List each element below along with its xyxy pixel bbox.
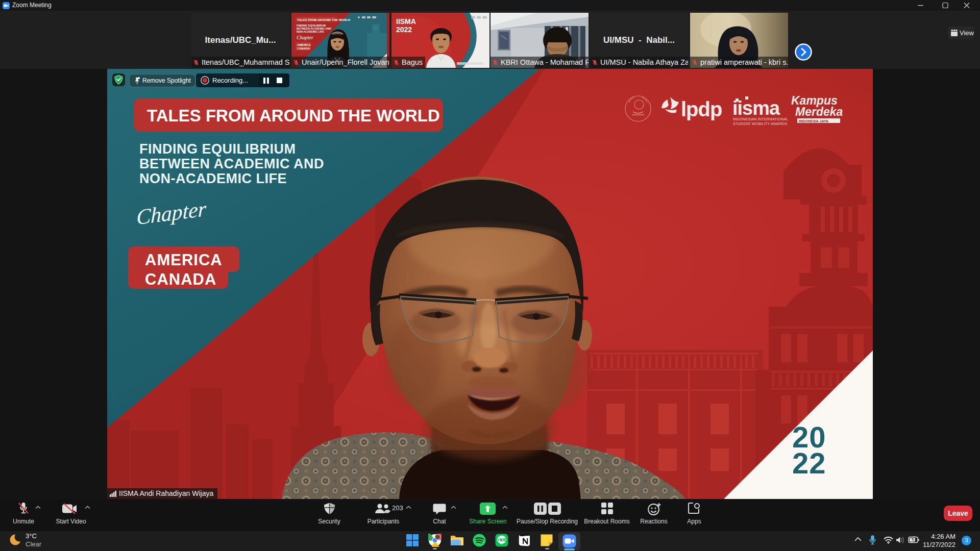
svg-text:AMERICA: AMERICA <box>145 251 223 269</box>
svg-text:lpdp: lpdp <box>681 98 722 120</box>
svg-text:Merdeka: Merdeka <box>795 105 843 118</box>
svg-text:22: 22 <box>792 446 826 480</box>
svg-text:AMERICA: AMERICA <box>297 43 311 46</box>
svg-text:2022: 2022 <box>396 26 412 34</box>
svg-text:FINDING EQUILIBRIUM: FINDING EQUILIBRIUM <box>139 141 296 157</box>
svg-text:STUDENT MOBILITY AWARDS: STUDENT MOBILITY AWARDS <box>733 121 787 126</box>
svg-text:CANADA: CANADA <box>297 47 310 50</box>
svg-text:INDONESIAN INTERNATIONAL: INDONESIAN INTERNATIONAL <box>733 117 788 121</box>
svg-text:BETWEEN ACADEMIC AND: BETWEEN ACADEMIC AND <box>139 156 324 171</box>
svg-text:INDONESIA JAYA: INDONESIA JAYA <box>799 119 828 123</box>
svg-text:IISMA: IISMA <box>396 17 416 26</box>
svg-text:NON-ACADEMIC LIFE: NON-ACADEMIC LIFE <box>297 30 324 33</box>
svg-text:NON-ACADEMIC LIFE: NON-ACADEMIC LIFE <box>139 171 287 186</box>
svg-text:iisma: iisma <box>732 97 780 119</box>
svg-text:TALES FROM AROUND THE WORLD: TALES FROM AROUND THE WORLD <box>147 106 440 125</box>
svg-text:TALES FROM AROUND THE WORLD: TALES FROM AROUND THE WORLD <box>297 18 351 21</box>
svg-text:Chapter: Chapter <box>297 35 313 40</box>
svg-text:CANADA: CANADA <box>145 270 216 288</box>
